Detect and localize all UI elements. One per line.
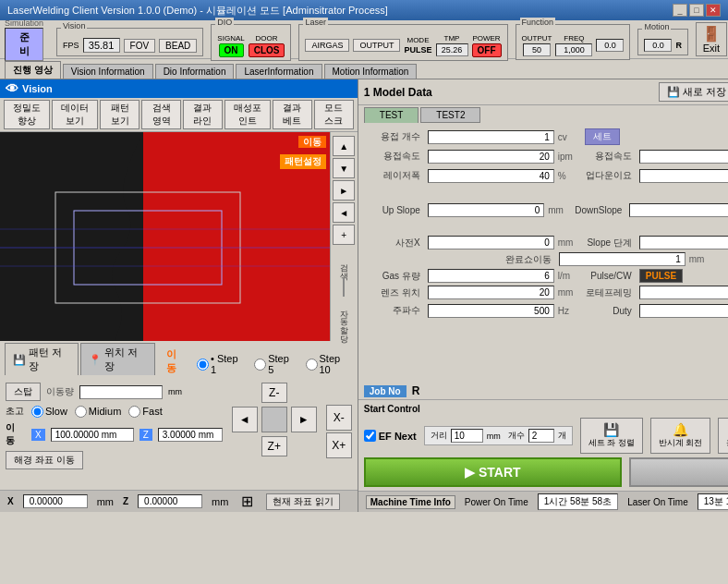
x-position-input[interactable] (23, 494, 88, 508)
vision-btn-pattern[interactable]: 패턴보기 (100, 100, 140, 129)
gas-input[interactable] (428, 269, 554, 283)
medium-radio[interactable]: Midium (75, 406, 121, 418)
fov-button[interactable]: FOV (124, 39, 156, 53)
prex-input[interactable] (428, 236, 554, 249)
x-plus-button[interactable]: ► (291, 407, 317, 432)
z-input[interactable] (158, 428, 223, 442)
fps-label: FPS (63, 41, 79, 50)
vision-btn-point[interactable]: 매성포인트 (224, 100, 271, 129)
vision-btn-precision[interactable]: 정밀도향상 (4, 100, 50, 129)
z-position-input[interactable] (138, 494, 202, 508)
motion-section-label: Motion (642, 22, 671, 31)
slope-step-input[interactable] (639, 236, 728, 249)
tmp-value: 25.26 (436, 43, 468, 56)
set-button[interactable]: 세트 (585, 128, 620, 145)
x-minus-button[interactable]: ◄ (232, 407, 258, 432)
fast-radio[interactable]: Fast (128, 406, 162, 418)
freq-input[interactable] (428, 304, 554, 318)
function-section-label: Function (520, 18, 556, 27)
vision-btn-search[interactable]: 검색영역 (141, 100, 181, 129)
x-label: X (31, 429, 45, 441)
dist-input[interactable] (451, 429, 483, 443)
vision-btn-result2[interactable]: 결과베트 (273, 100, 312, 129)
z-up-button[interactable]: Z- (261, 383, 287, 403)
step1-label: • Step 1 (211, 353, 245, 375)
z-label: Z (140, 429, 152, 441)
machine-time-label: Machine Time Info (366, 495, 455, 509)
param-row-complete-move: 완료쇼이동 mm (364, 252, 728, 266)
output-button[interactable]: OUTPUT (353, 39, 400, 52)
step1-radio[interactable] (197, 359, 209, 371)
robot-tab-position[interactable]: 📍 위치 저장 (80, 343, 154, 375)
pulse-cw-value: PULSE (639, 269, 683, 283)
ef-next-checkbox[interactable]: EF Next (364, 430, 417, 442)
set-position-button[interactable]: 💾 세트 좌 정렬 (580, 418, 643, 454)
stop-button[interactable]: 스탑 (6, 383, 41, 401)
laser-width-input[interactable] (428, 169, 554, 183)
side-down-button[interactable]: ▼ (333, 158, 355, 178)
side-right-button[interactable]: ► (333, 180, 355, 201)
bead-button[interactable]: BEAD (159, 39, 197, 53)
tab-dio-info[interactable]: Dio Information (155, 64, 235, 79)
tab-video[interactable]: 진행 영상 (5, 61, 61, 79)
vision-header: 👁 Vision (0, 79, 358, 98)
tab-motion-info[interactable]: Motion Information (324, 64, 418, 79)
x-plus2-button[interactable]: X+ (326, 432, 352, 458)
vision-btn-mode[interactable]: 모드스크 (314, 100, 354, 129)
position-icon: ⊞ (241, 493, 253, 510)
param-row-prex: 사전X mm Slope 단계 mm (364, 236, 728, 249)
slow-radio[interactable]: Slow (31, 406, 67, 418)
vision-btn-result[interactable]: 결과라인 (183, 100, 223, 129)
param-row-laser-width: 레이저폭 % 업다운이요 mm 관리 (364, 167, 728, 184)
robot-tab-pattern[interactable]: 💾 패턴 저장 (5, 343, 79, 375)
tab-laser-info[interactable]: LaserInformation (236, 64, 322, 79)
read-position-button[interactable]: 현재 좌표 읽기 (266, 493, 340, 510)
robot-tab-bar: 💾 패턴 저장 📍 위치 저장 이동 • Step 1 Step 5 (0, 341, 358, 375)
updown-input[interactable] (639, 169, 728, 183)
x-input[interactable] (51, 428, 134, 442)
duty-value: 50 (523, 43, 551, 56)
test2-tab[interactable]: TEST2 (420, 107, 480, 123)
weld-count-input[interactable] (428, 130, 554, 144)
count-input[interactable] (528, 429, 554, 443)
complete-move-input[interactable] (559, 252, 686, 266)
vision-btn-data[interactable]: 데이터보기 (52, 100, 98, 129)
side-plus-button[interactable]: + (333, 225, 355, 245)
step10-radio[interactable] (306, 359, 318, 371)
rotation-framing-input[interactable] (639, 286, 728, 299)
tab-vision-info[interactable]: Vision Information (63, 64, 153, 79)
downslope-input[interactable] (629, 203, 728, 217)
freq-label: FREQ (564, 34, 584, 43)
weld-speed-input[interactable] (428, 150, 554, 164)
x-minus2-button[interactable]: X- (326, 405, 352, 431)
save-new-button[interactable]: 💾새로 저장 (659, 82, 728, 102)
left-panel: 👁 Vision 정밀도향상 데이터보기 패턴보기 검색영역 결과라인 매성포인… (0, 79, 358, 512)
start-button[interactable]: ▶ START (364, 457, 622, 487)
maximize-button[interactable]: □ (689, 4, 704, 17)
side-up-button[interactable]: ▲ (333, 136, 355, 156)
coord-move-button[interactable]: 해경 좌표 이동 (6, 451, 83, 469)
vision-image: 이동 패턴설정 (0, 132, 330, 341)
side-left-button[interactable]: ◄ (333, 202, 355, 223)
weld-position-button[interactable]: ✕ 용합위치 (718, 418, 728, 454)
z-down-button[interactable]: Z+ (261, 436, 287, 456)
airgas-button[interactable]: AIRGAS (305, 39, 349, 52)
upslope-input[interactable] (428, 203, 544, 217)
power-on-label: Power On Time (465, 497, 528, 507)
lens-input[interactable] (428, 286, 554, 299)
close-button[interactable]: ✕ (706, 4, 721, 17)
duty-input[interactable] (639, 304, 728, 318)
stop-weld-button[interactable]: ■ STOP (629, 457, 728, 487)
alarm-button[interactable]: 🔔 반시계 회전 (650, 418, 711, 454)
signal-value: ON (219, 43, 244, 57)
power-value: OFF (472, 43, 502, 57)
test1-tab[interactable]: TEST (364, 107, 419, 123)
minimize-button[interactable]: _ (673, 4, 687, 17)
exit-button[interactable]: 🚪 Exit (696, 22, 727, 56)
weld-speed-rpm-input[interactable] (639, 150, 728, 164)
step5-radio[interactable] (254, 359, 266, 371)
vision-section-label: Vision (61, 21, 87, 30)
move-mode-label: 초고 (6, 405, 26, 418)
tmp-label: TMP (444, 34, 460, 43)
move-speed-input[interactable] (79, 385, 163, 399)
